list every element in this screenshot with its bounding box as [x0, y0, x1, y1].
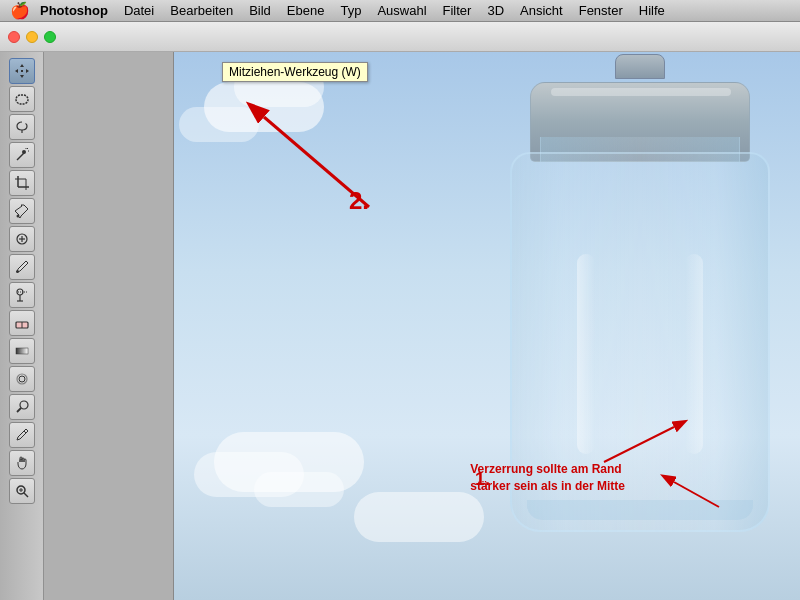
svg-point-26 [20, 401, 28, 409]
svg-point-4 [22, 150, 26, 154]
pen-button[interactable] [9, 422, 35, 448]
clone-button[interactable] [9, 282, 35, 308]
move-tool-button[interactable] [9, 58, 35, 84]
jar-lid-handle [615, 54, 665, 79]
svg-rect-23 [16, 348, 28, 354]
blur-button[interactable] [9, 366, 35, 392]
dodge-icon [14, 399, 30, 415]
gradient-icon [14, 343, 30, 359]
menu-datei[interactable]: Datei [116, 1, 162, 20]
lid-shine [551, 88, 731, 96]
marquee-icon [14, 91, 30, 107]
heal-button[interactable] [9, 226, 35, 252]
maximize-button[interactable] [44, 31, 56, 43]
menu-typ[interactable]: Typ [332, 1, 369, 20]
main-area: Mitziehen-Werkzeug (W) [0, 52, 800, 600]
window-chrome [0, 22, 800, 52]
move-icon [14, 63, 30, 79]
dodge-button[interactable] [9, 394, 35, 420]
jar-glare-right [685, 254, 703, 454]
svg-line-28 [24, 431, 26, 433]
svg-point-12 [16, 215, 19, 218]
zoom-button[interactable] [9, 478, 35, 504]
annotation-2-number: 2. [349, 187, 369, 215]
blur-icon [14, 371, 30, 387]
annotation-1-line1: Verzerrung sollte am Rand [470, 462, 621, 476]
brush-button[interactable] [9, 254, 35, 280]
eyedropper-icon [14, 203, 30, 219]
gradient-button[interactable] [9, 338, 35, 364]
annotation-1-line2: stärker sein als in der Mitte [470, 479, 625, 493]
apple-menu[interactable]: 🍎 [0, 1, 40, 20]
menu-auswahl[interactable]: Auswahl [369, 1, 434, 20]
left-panel [44, 52, 174, 600]
jar-container [450, 72, 800, 572]
eraser-button[interactable] [9, 310, 35, 336]
svg-line-7 [27, 148, 28, 149]
annotation-1-text: Verzerrung sollte am Rand stärker sein a… [470, 461, 625, 495]
apple-icon: 🍎 [10, 2, 30, 19]
magic-wand-icon [14, 147, 30, 163]
menu-filter[interactable]: Filter [435, 1, 480, 20]
svg-line-3 [17, 153, 24, 160]
svg-point-25 [19, 376, 25, 382]
menu-fenster[interactable]: Fenster [571, 1, 631, 20]
menu-bar: 🍎 Photoshop Datei Bearbeiten Bild Ebene … [0, 0, 800, 22]
svg-line-30 [24, 493, 28, 497]
cloud-3 [179, 107, 259, 142]
svg-rect-0 [21, 70, 23, 72]
svg-rect-1 [16, 95, 28, 104]
lasso-tool-button[interactable] [9, 114, 35, 140]
photo-canvas: 2. 1. Verzerrung sollte am Rand stärker … [174, 52, 800, 600]
menu-ansicht[interactable]: Ansicht [512, 1, 571, 20]
crop-tool-button[interactable] [9, 170, 35, 196]
marquee-tool-button[interactable] [9, 86, 35, 112]
menu-bearbeiten[interactable]: Bearbeiten [162, 1, 241, 20]
crop-icon [14, 175, 30, 191]
eraser-icon [14, 315, 30, 331]
menu-items-container: Datei Bearbeiten Bild Ebene Typ Auswahl … [116, 1, 673, 20]
app-name: Photoshop [40, 3, 108, 18]
menu-hilfe[interactable]: Hilfe [631, 1, 673, 20]
heal-icon [14, 231, 30, 247]
menu-bild[interactable]: Bild [241, 1, 279, 20]
svg-point-16 [16, 270, 19, 273]
zoom-icon [14, 483, 30, 499]
menu-ebene[interactable]: Ebene [279, 1, 333, 20]
lasso-icon [14, 119, 30, 135]
hand-button[interactable] [9, 450, 35, 476]
toolbar [0, 52, 44, 600]
close-button[interactable] [8, 31, 20, 43]
jar-glare-left [577, 254, 595, 454]
eyedropper-button[interactable] [9, 198, 35, 224]
cloud-6 [254, 472, 344, 507]
minimize-button[interactable] [26, 31, 38, 43]
pen-icon [14, 427, 30, 443]
hand-icon [14, 455, 30, 471]
brush-icon [14, 259, 30, 275]
svg-line-27 [17, 408, 21, 412]
magic-wand-button[interactable] [9, 142, 35, 168]
canvas-area[interactable]: Mitziehen-Werkzeug (W) [174, 52, 800, 600]
menu-3d[interactable]: 3D [479, 1, 512, 20]
cloud-2 [234, 67, 324, 107]
clone-icon [14, 287, 30, 303]
jar-bottom-rim [527, 500, 753, 520]
annotation-2-number-text: 2. [349, 187, 369, 214]
